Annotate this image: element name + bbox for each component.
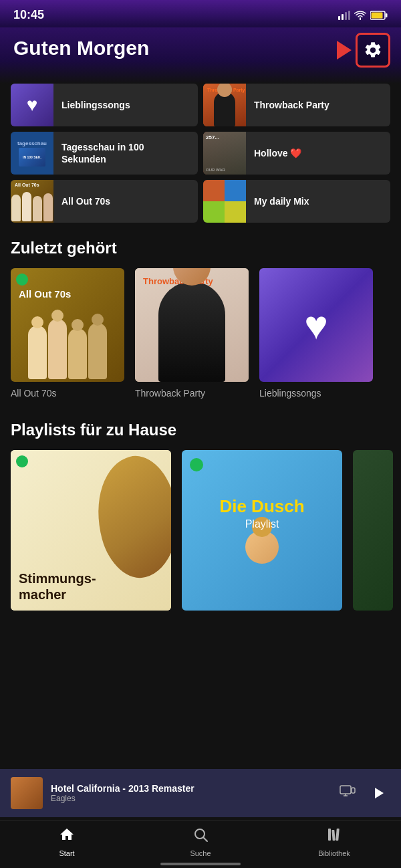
lieblingssongs-thumb: ♥ xyxy=(11,84,53,126)
play-pause-button[interactable] xyxy=(366,781,390,805)
recent-lieblingssongs-label: Lieblingssongs xyxy=(259,388,321,399)
playlist-third[interactable] xyxy=(353,450,393,616)
tagesschau-thumb: tagesschau IN 100 SEK. xyxy=(11,132,53,175)
quick-item-throwback[interactable]: Throwback Party Throwback Party xyxy=(203,84,390,126)
spotify-logo-small xyxy=(16,274,28,286)
svg-rect-0 xyxy=(338,16,340,20)
third-thumb xyxy=(353,450,393,611)
arrow-indicator xyxy=(337,41,352,60)
battery-icon xyxy=(370,11,388,20)
greeting-text: Guten Morgen xyxy=(13,37,388,60)
hollove-thumb: 257... OUR WAR xyxy=(203,132,246,175)
status-bar: 10:45 xyxy=(0,0,401,27)
now-playing-controls xyxy=(340,781,390,805)
tab-suche-label: Suche xyxy=(190,849,211,857)
svg-rect-2 xyxy=(345,12,347,20)
heart-icon-large: ♥ xyxy=(304,302,328,348)
recent-throwback-thumb: Throwback Party xyxy=(135,268,249,382)
recent-throwback-label: Throwback Party xyxy=(135,388,205,399)
gear-icon xyxy=(364,41,382,60)
svg-rect-16 xyxy=(336,829,340,841)
svg-line-13 xyxy=(204,838,208,842)
settings-button[interactable] xyxy=(356,33,390,68)
tab-start[interactable]: Start xyxy=(0,827,134,857)
now-playing-info: Hotel California - 2013 Remaster Eagles xyxy=(51,783,331,803)
home-indicator xyxy=(160,863,241,865)
throwback-label: Throwback Party xyxy=(246,99,338,111)
now-playing-artist: Eagles xyxy=(51,794,331,803)
svg-rect-15 xyxy=(331,830,335,841)
playlist-diedusch[interactable]: Die Dusch Playlist xyxy=(182,450,342,616)
svg-rect-8 xyxy=(352,788,355,793)
recent-allout70s-label: All Out 70s xyxy=(11,388,56,399)
playlists-home-scroll: Stimmungs-macher Die Dusch Playlist xyxy=(0,450,401,616)
home-icon xyxy=(59,827,75,847)
allout70s-label: All Out 70s xyxy=(53,195,118,207)
tab-suche[interactable]: Suche xyxy=(134,827,267,857)
header-area: Guten Morgen xyxy=(0,27,401,84)
recently-played-header: Zuletzt gehört xyxy=(0,223,401,268)
mydailymix-thumb xyxy=(203,180,246,223)
device-icon[interactable] xyxy=(340,785,356,802)
svg-rect-5 xyxy=(386,13,388,17)
wifi-icon xyxy=(354,11,366,20)
stimmungsmacher-thumb: Stimmungs-macher xyxy=(11,450,171,611)
throwback-thumb: Throwback Party xyxy=(203,84,246,126)
recent-allout70s-thumb: All Out 70s xyxy=(11,268,124,382)
heart-icon: ♥ xyxy=(27,94,38,116)
mydailymix-label: My daily Mix xyxy=(246,195,317,207)
now-playing-bar[interactable]: Hotel California - 2013 Remaster Eagles xyxy=(0,769,401,817)
settings-container xyxy=(337,33,390,68)
diedusch-thumb: Die Dusch Playlist xyxy=(182,450,342,611)
quick-item-hollove[interactable]: 257... OUR WAR Hollove ❤️ xyxy=(203,132,390,175)
recent-lieblingssongs[interactable]: ♥ Lieblingssongs xyxy=(259,268,373,399)
library-icon xyxy=(326,827,342,847)
quick-item-tagesschau[interactable]: tagesschau IN 100 SEK. Tagesschau in 100… xyxy=(11,132,198,175)
svg-rect-14 xyxy=(328,829,331,841)
svg-rect-1 xyxy=(342,14,344,20)
recently-played-scroll: All Out 70s xyxy=(0,268,401,399)
playlists-home-header: Playlists für zu Hause xyxy=(0,405,401,450)
tab-start-label: Start xyxy=(59,849,74,857)
quick-access-grid: ♥ Lieblingssongs Throwback Party Throwba… xyxy=(0,84,401,223)
lieblingssongs-label: Lieblingssongs xyxy=(53,99,138,111)
svg-rect-7 xyxy=(340,786,351,794)
hollove-label: Hollove ❤️ xyxy=(246,147,309,159)
spotify-small-diedusch xyxy=(190,458,203,471)
svg-marker-11 xyxy=(375,788,384,798)
signal-icon xyxy=(338,11,350,20)
recent-throwback[interactable]: Throwback Party Throwback Party xyxy=(135,268,249,399)
tab-bar: Start Suche Bibliothek xyxy=(0,821,401,868)
spotify-small-stimmung xyxy=(16,455,28,467)
quick-item-lieblingssongs[interactable]: ♥ Lieblingssongs xyxy=(11,84,198,126)
svg-rect-6 xyxy=(372,12,383,18)
tab-bibliothek-label: Bibliothek xyxy=(318,849,350,857)
recent-lieblingssongs-thumb: ♥ xyxy=(259,268,373,382)
recent-allout70s[interactable]: All Out 70s xyxy=(11,268,124,399)
playlist-stimmungsmacher[interactable]: Stimmungs-macher xyxy=(11,450,171,616)
now-playing-title: Hotel California - 2013 Remaster xyxy=(51,783,331,794)
status-time: 10:45 xyxy=(13,8,44,22)
search-icon xyxy=(192,827,209,847)
quick-item-allout70s[interactable]: All Out 70s All Out 70s xyxy=(11,180,198,223)
svg-rect-3 xyxy=(348,11,350,20)
now-playing-album-art xyxy=(11,777,43,809)
quick-item-mydailymix[interactable]: My daily Mix xyxy=(203,180,390,223)
tab-bibliothek[interactable]: Bibliothek xyxy=(267,827,401,857)
allout70s-thumb: All Out 70s xyxy=(11,180,53,223)
tagesschau-label: Tagesschau in 100 Sekunden xyxy=(53,141,198,165)
status-icons xyxy=(338,11,388,20)
